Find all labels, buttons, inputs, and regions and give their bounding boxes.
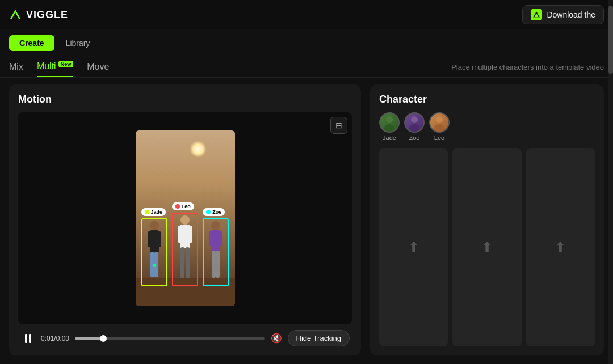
leo-name: Leo	[434, 134, 444, 141]
character-avatars: Jade Zoe	[379, 112, 595, 141]
jade-name: Jade	[383, 134, 396, 141]
main-content: Motion ⊟ Jade	[0, 78, 613, 362]
viggle-logo-icon	[9, 9, 22, 21]
nav-bar: Create Library	[0, 29, 613, 57]
character-panel: Character Jade	[370, 84, 604, 355]
app-name: VIGGLE	[26, 9, 68, 21]
pause-bar-left	[25, 334, 27, 343]
leo-avatar[interactable]	[429, 112, 450, 133]
tab-move[interactable]: Move	[87, 57, 109, 77]
pause-button[interactable]	[20, 331, 35, 346]
library-button[interactable]: Library	[59, 35, 97, 51]
zoe-name: Zoe	[409, 134, 420, 141]
zoe-avatar[interactable]	[404, 112, 425, 133]
svg-point-25	[411, 116, 418, 123]
tabs-bar: Mix MultiNew Move Place multiple charact…	[0, 57, 613, 78]
create-button[interactable]: Create	[9, 35, 54, 51]
motion-panel: Motion ⊟ Jade	[9, 84, 361, 355]
tab-mix[interactable]: Mix	[9, 57, 23, 77]
zoe-label: Zoe	[203, 208, 225, 216]
jade-avatar[interactable]	[379, 112, 400, 133]
character-upload-cards: ⬆ ⬆ ⬆	[379, 148, 595, 346]
scrollbar-thumb[interactable]	[608, 6, 613, 74]
zoe-box: Zoe	[203, 218, 229, 286]
zoe-dot	[206, 210, 211, 214]
svg-rect-7	[157, 231, 161, 247]
new-badge: New	[58, 61, 74, 67]
svg-point-24	[384, 124, 394, 132]
svg-rect-14	[188, 226, 192, 243]
leo-figure	[174, 214, 196, 285]
jade-figure	[143, 220, 166, 285]
svg-rect-6	[148, 231, 152, 247]
leo-dot	[175, 204, 180, 209]
mute-icon: 🔇	[271, 333, 282, 344]
download-label: Download the	[547, 10, 595, 19]
leo-upload-card[interactable]: ⬆	[526, 148, 595, 346]
jade-avatar-group: Jade	[379, 112, 400, 141]
hide-tracking-button[interactable]: Hide Tracking	[288, 330, 350, 346]
svg-point-26	[409, 124, 419, 132]
light-spot	[190, 141, 207, 158]
svg-rect-19	[209, 231, 213, 246]
svg-point-10	[153, 264, 156, 267]
logo-area: VIGGLE	[9, 9, 68, 21]
svg-rect-16	[186, 247, 190, 278]
svg-point-11	[180, 215, 190, 225]
pause-bar-right	[29, 334, 31, 343]
svg-point-17	[211, 221, 220, 230]
jade-upload-card[interactable]: ⬆	[379, 148, 448, 346]
zoe-figure	[204, 220, 227, 285]
characters-in-video: Jade	[141, 213, 229, 286]
leo-label: Leo	[172, 202, 194, 210]
download-button[interactable]: Download the	[522, 5, 604, 24]
progress-bar[interactable]	[75, 337, 264, 340]
character-title: Character	[379, 94, 595, 105]
svg-point-27	[436, 116, 443, 123]
svg-rect-21	[212, 251, 216, 278]
jade-upload-icon: ⬆	[408, 239, 419, 255]
scrollbar[interactable]	[608, 0, 613, 364]
header: VIGGLE Download the	[0, 0, 613, 29]
zoe-avatar-group: Zoe	[404, 112, 425, 141]
delete-button[interactable]: ⊟	[330, 117, 347, 134]
jade-dot	[145, 210, 149, 214]
jade-box: Jade	[141, 218, 167, 286]
progress-fill	[75, 337, 103, 340]
svg-point-23	[386, 116, 393, 123]
pause-icon	[25, 334, 31, 343]
svg-rect-15	[180, 247, 184, 278]
mute-button[interactable]: 🔇	[271, 333, 282, 344]
svg-point-4	[150, 221, 159, 230]
leo-avatar-group: Leo	[429, 112, 450, 141]
svg-rect-22	[216, 251, 220, 278]
leo-upload-icon: ⬆	[555, 239, 566, 255]
download-v-icon	[531, 9, 542, 20]
jade-label: Jade	[141, 208, 166, 216]
motion-title: Motion	[18, 94, 352, 105]
tab-multi[interactable]: MultiNew	[37, 57, 73, 77]
zoe-upload-card[interactable]: ⬆	[452, 148, 521, 346]
progress-handle[interactable]	[100, 335, 107, 342]
leo-box: Leo	[172, 213, 198, 286]
tab-description: Place multiple characters into a templat…	[451, 63, 604, 71]
delete-icon: ⊟	[335, 121, 342, 130]
playback-controls: 0:01/0:00 🔇 Hide Tracking	[18, 330, 352, 346]
time-display: 0:01/0:00	[41, 335, 69, 342]
video-container: ⊟ Jade	[18, 112, 352, 324]
svg-rect-13	[178, 226, 182, 243]
svg-rect-20	[218, 231, 222, 246]
svg-point-28	[434, 124, 444, 132]
video-thumbnail: Jade	[136, 130, 235, 306]
zoe-upload-icon: ⬆	[481, 239, 493, 255]
